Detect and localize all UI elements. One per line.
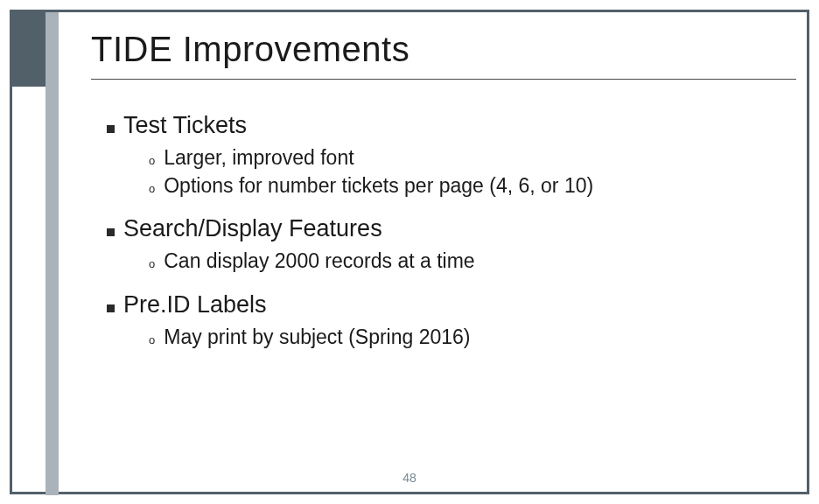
list-item-text: May print by subject (Spring 2016) <box>164 324 470 352</box>
list-item: o Larger, improved font <box>149 144 784 172</box>
sub-list: o Can display 2000 records at a time <box>107 248 784 276</box>
section-head: Search/Display Features <box>107 215 784 242</box>
section: Test Tickets o Larger, improved font o O… <box>107 112 784 200</box>
slide-border-top <box>10 10 809 12</box>
list-item-text: Options for number tickets per page (4, … <box>164 172 593 200</box>
section: Search/Display Features o Can display 20… <box>107 215 784 276</box>
accent-block-dark <box>12 12 46 87</box>
section-head: Test Tickets <box>107 112 784 139</box>
accent-block-light <box>46 12 59 495</box>
bullet-square-icon <box>107 228 115 236</box>
bullet-square-icon <box>107 125 115 133</box>
bullet-circle-icon: o <box>149 153 155 169</box>
list-item-text: Larger, improved font <box>164 144 354 172</box>
sub-list: o Larger, improved font o Options for nu… <box>107 144 784 200</box>
section-title: Pre.ID Labels <box>123 291 267 318</box>
slide-content: Test Tickets o Larger, improved font o O… <box>107 112 784 368</box>
list-item: o Options for number tickets per page (4… <box>149 172 784 200</box>
section-head: Pre.ID Labels <box>107 291 784 318</box>
section: Pre.ID Labels o May print by subject (Sp… <box>107 291 784 352</box>
bullet-circle-icon: o <box>149 256 155 272</box>
section-title: Test Tickets <box>123 112 247 139</box>
list-item: o May print by subject (Spring 2016) <box>149 324 784 352</box>
bullet-circle-icon: o <box>149 332 155 348</box>
section-title: Search/Display Features <box>123 215 382 242</box>
bullet-square-icon <box>107 304 115 312</box>
title-underline <box>91 79 796 80</box>
slide-border-bottom <box>10 492 809 494</box>
sub-list: o May print by subject (Spring 2016) <box>107 324 784 352</box>
page-number: 48 <box>0 471 819 485</box>
slide-border-right <box>807 10 809 494</box>
bullet-circle-icon: o <box>149 181 155 197</box>
list-item: o Can display 2000 records at a time <box>149 248 784 276</box>
list-item-text: Can display 2000 records at a time <box>164 248 474 276</box>
slide-title: TIDE Improvements <box>91 30 410 69</box>
